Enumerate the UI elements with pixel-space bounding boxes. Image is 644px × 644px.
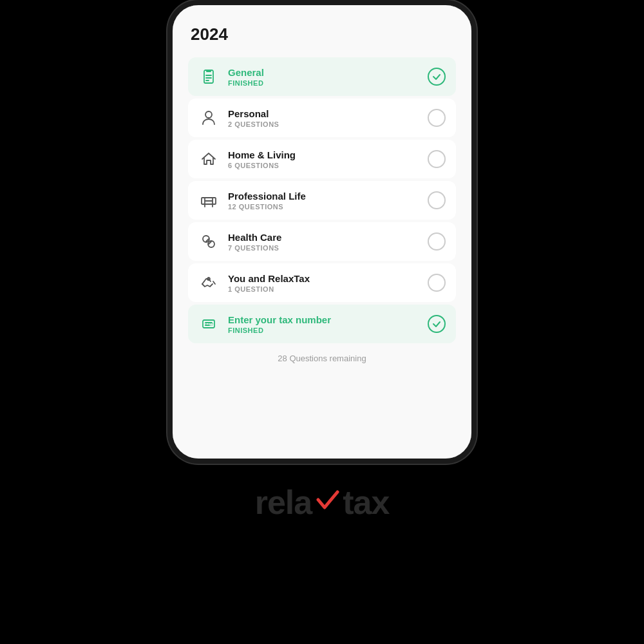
tag-icon: X-117 [198,314,219,334]
personal-check-circle [428,109,446,127]
section-home-text: Home & Living 6 QUESTIONS [228,149,296,169]
section-tax-name: Enter your tax number [228,314,331,325]
section-home-name: Home & Living [228,149,296,160]
section-health-sub: 7 QUESTIONS [228,244,281,252]
questions-remaining: 28 Questions remaining [188,354,456,363]
health-icon [198,231,219,252]
section-item-professional[interactable]: Professional Life 12 QUESTIONS [188,181,456,220]
section-item-general-left: General FINISHED [198,66,264,87]
general-check-circle [428,68,446,86]
section-item-tax-number[interactable]: X-117 Enter your tax number FINISHED [188,305,456,343]
logo-area: rela tax [255,483,390,522]
logo-suffix: tax [343,483,389,522]
section-home-sub: 6 QUESTIONS [228,162,296,169]
phone-frame: 2024 [167,0,477,464]
svg-text:X-117: X-117 [205,323,214,327]
section-item-professional-left: Professional Life 12 QUESTIONS [198,190,306,211]
section-item-health[interactable]: Health Care 7 QUESTIONS [188,222,456,261]
section-professional-sub: 12 QUESTIONS [228,203,306,211]
section-professional-name: Professional Life [228,191,306,202]
section-item-home-left: Home & Living 6 QUESTIONS [198,149,296,169]
home-check-circle [428,150,446,168]
health-check-circle [428,232,446,251]
section-personal-name: Personal [228,108,279,119]
section-item-personal[interactable]: Personal 2 QUESTIONS [188,99,456,137]
section-relaxtax-text: You and RelaxTax 1 QUESTION [228,273,310,293]
person-icon [198,108,219,128]
section-personal-text: Personal 2 QUESTIONS [228,108,279,128]
section-relaxtax-sub: 1 QUESTION [228,285,310,293]
handshake-icon [198,272,219,293]
section-tax-text: Enter your tax number FINISHED [228,314,331,334]
svg-point-4 [205,111,212,118]
section-general-sub: FINISHED [228,79,264,87]
section-item-relaxtax[interactable]: You and RelaxTax 1 QUESTION [188,263,456,302]
section-list: General FINISHED [188,57,456,343]
logo-checkmark-icon [313,483,341,522]
section-health-name: Health Care [228,232,281,243]
section-item-general[interactable]: General FINISHED [188,57,456,96]
section-general-text: General FINISHED [228,67,264,87]
section-relaxtax-name: You and RelaxTax [228,273,310,284]
phone-wrapper: 2024 [167,0,477,464]
section-item-relaxtax-left: You and RelaxTax 1 QUESTION [198,272,310,293]
section-health-text: Health Care 7 QUESTIONS [228,232,281,252]
tax-check-circle [428,315,446,333]
section-personal-sub: 2 QUESTIONS [228,120,279,128]
professional-check-circle [428,191,446,209]
relaxtax-check-circle [428,274,446,292]
section-general-name: General [228,67,264,78]
section-item-health-left: Health Care 7 QUESTIONS [198,231,281,252]
section-tax-sub: FINISHED [228,327,331,334]
svg-rect-0 [204,70,213,83]
logo-prefix: rela [255,483,312,522]
section-item-personal-left: Personal 2 QUESTIONS [198,108,279,128]
section-item-home-living[interactable]: Home & Living 6 QUESTIONS [188,140,456,178]
section-professional-text: Professional Life 12 QUESTIONS [228,191,306,211]
clipboard-icon [198,66,219,87]
relaxtax-logo: rela tax [255,483,390,522]
phone-screen: 2024 [173,5,471,459]
year-title: 2024 [188,24,456,44]
section-item-tax-left: X-117 Enter your tax number FINISHED [198,314,331,334]
desk-icon [198,190,219,211]
house-icon [198,149,219,169]
